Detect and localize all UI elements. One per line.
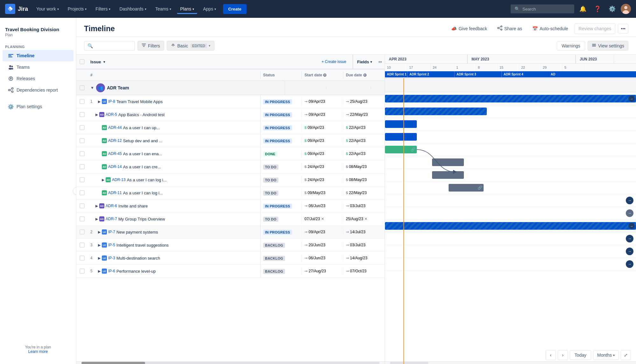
expand-button[interactable]: ▶ [98, 269, 101, 273]
row-checkbox[interactable] [80, 112, 85, 117]
expand-button[interactable]: ▶ [98, 256, 101, 260]
nav-item-filters[interactable]: Filters ▾ [92, 4, 114, 14]
horizontal-scrollbar[interactable] [76, 361, 385, 364]
next-button[interactable]: › [558, 350, 568, 360]
gantt-bar-adr12[interactable] [385, 133, 417, 141]
row-checkbox[interactable] [80, 99, 85, 104]
expand-button[interactable]: ▶ [98, 100, 101, 104]
expand-button[interactable]: ▼ [90, 86, 94, 90]
create-button[interactable]: Create [223, 4, 247, 14]
issue-key[interactable]: IP-7 [108, 230, 115, 234]
sidebar-item-teams[interactable]: Teams [3, 61, 73, 73]
review-changes-button[interactable]: Review changes [575, 23, 616, 34]
give-feedback-button[interactable]: 📣 Give feedback [447, 24, 491, 34]
expand-button[interactable]: ▶ [98, 243, 101, 247]
share-as-button[interactable]: Share as [493, 23, 526, 34]
x-icon[interactable]: ✕ [364, 217, 367, 221]
search-box[interactable]: 🔍 [511, 4, 574, 13]
select-all-checkbox[interactable] [80, 59, 85, 64]
help-icon[interactable]: ❓ [591, 3, 604, 15]
nav-item-projects[interactable]: Projects ▾ [65, 4, 90, 14]
arrow-right-btn[interactable]: → [626, 235, 633, 242]
issue-key[interactable]: ADR-6 [106, 204, 117, 208]
arrow-right-btn[interactable]: → [626, 248, 633, 255]
issue-key[interactable]: IP-6 [108, 269, 115, 273]
row-checkbox[interactable] [80, 242, 85, 248]
notifications-icon[interactable]: 🔔 [577, 3, 589, 15]
gantt-bar-adr5[interactable] [385, 108, 487, 115]
issue-key[interactable]: ADR-12 [108, 138, 122, 143]
nav-item-your-work[interactable]: Your work ▾ [33, 4, 62, 14]
sidebar-item-timeline[interactable]: Timeline [3, 50, 73, 61]
expand-button[interactable]: ▶ [95, 113, 98, 117]
gantt-bar-adr11[interactable]: 🔗 [449, 184, 484, 192]
issue-search-input[interactable] [95, 43, 131, 48]
issue-key[interactable]: IP-3 [108, 256, 115, 260]
filters-button[interactable]: Filters [137, 41, 164, 51]
resize-handle[interactable]: ⇔ [376, 59, 385, 64]
sidebar-collapse-button[interactable]: ‹ [73, 187, 76, 195]
nav-item-teams[interactable]: Teams ▾ [152, 4, 174, 14]
issue-key[interactable]: IP-5 [108, 243, 115, 247]
issue-key[interactable]: ADR-11 [108, 191, 122, 195]
avatar[interactable] [621, 4, 631, 14]
row-checkbox[interactable] [80, 138, 85, 143]
row-checkbox[interactable] [80, 177, 85, 182]
gantt-bar-adr44[interactable] [385, 120, 417, 128]
sidebar-item-plan-settings[interactable]: ⚙️ Plan settings [3, 101, 73, 112]
basic-filter-button[interactable]: Basic EDITED ▾ [167, 41, 214, 51]
gantt-bar-ip7[interactable]: → [385, 222, 636, 230]
warnings-button[interactable]: Warnings [557, 41, 585, 51]
fullscreen-button[interactable]: ⤢ [621, 350, 631, 360]
nav-item-plans[interactable]: Plans ▾ [177, 4, 197, 14]
row-checkbox[interactable] [80, 203, 85, 208]
arrow-right-btn[interactable]: → [626, 260, 633, 268]
issue-key[interactable]: ADR-5 [106, 112, 117, 117]
expand-button[interactable]: ▶ [95, 217, 98, 221]
row-checkbox[interactable] [80, 190, 85, 195]
settings-icon[interactable]: ⚙️ [606, 3, 618, 15]
issue-key[interactable]: ADR-13 [112, 178, 126, 182]
row-checkbox[interactable] [80, 151, 85, 156]
arrow-right-btn[interactable]: → [626, 209, 633, 217]
nav-item-dashboards[interactable]: Dashboards ▾ [116, 4, 150, 14]
issue-search-box[interactable]: 🔍 [84, 41, 135, 51]
row-checkbox[interactable] [80, 256, 85, 261]
expand-button[interactable]: ▶ [95, 204, 98, 208]
learn-more-link[interactable]: Learn more [28, 349, 48, 354]
issue-key[interactable]: ADR-44 [108, 125, 122, 130]
more-options-button[interactable]: ••• [618, 24, 628, 33]
nav-item-apps[interactable]: Apps ▾ [200, 4, 219, 14]
issue-key[interactable]: ADR-7 [106, 217, 117, 221]
issue-key[interactable]: ADR-45 [108, 151, 122, 156]
issue-key[interactable]: IP-8 [108, 99, 115, 104]
sidebar-item-dependencies[interactable]: Dependencies report [3, 84, 73, 96]
view-settings-button[interactable]: View settings [588, 41, 628, 51]
gantt-bar-adr14[interactable] [432, 158, 464, 166]
gantt-bar-ip8[interactable]: → [385, 95, 636, 102]
nav-logo[interactable]: Jira [5, 4, 28, 14]
x-icon[interactable]: ✕ [321, 217, 324, 221]
arrow-right-btn[interactable]: → [626, 197, 633, 204]
gantt-bar-adr45[interactable]: 🔗 [385, 146, 417, 153]
row-checkbox[interactable] [80, 269, 85, 274]
auto-schedule-button[interactable]: 📅 Auto-schedule [528, 24, 572, 34]
sidebar-item-releases[interactable]: Releases [3, 73, 73, 84]
row-checkbox[interactable] [80, 216, 85, 221]
row-checkbox[interactable] [80, 125, 85, 130]
create-issue-button[interactable]: + Create issue [318, 60, 350, 64]
row-checkbox[interactable] [80, 229, 85, 234]
gantt-scrollbar[interactable] [385, 361, 636, 364]
row-checkbox[interactable] [80, 164, 85, 169]
issue-key[interactable]: ADR-14 [108, 164, 122, 169]
prev-button[interactable]: ‹ [546, 350, 556, 360]
expand-button[interactable]: ▶ [102, 178, 104, 182]
group-checkbox[interactable] [80, 85, 85, 90]
months-button[interactable]: Months ▾ [593, 350, 619, 360]
issue-column-header[interactable]: Issue ▾ + Create issue [88, 55, 353, 69]
today-button[interactable]: Today [570, 350, 591, 360]
fields-column-header[interactable]: Fields ▾ [353, 55, 376, 69]
gantt-bar-adr13[interactable] [432, 171, 464, 179]
expand-button[interactable]: ▶ [98, 230, 101, 234]
search-input[interactable] [522, 7, 573, 11]
